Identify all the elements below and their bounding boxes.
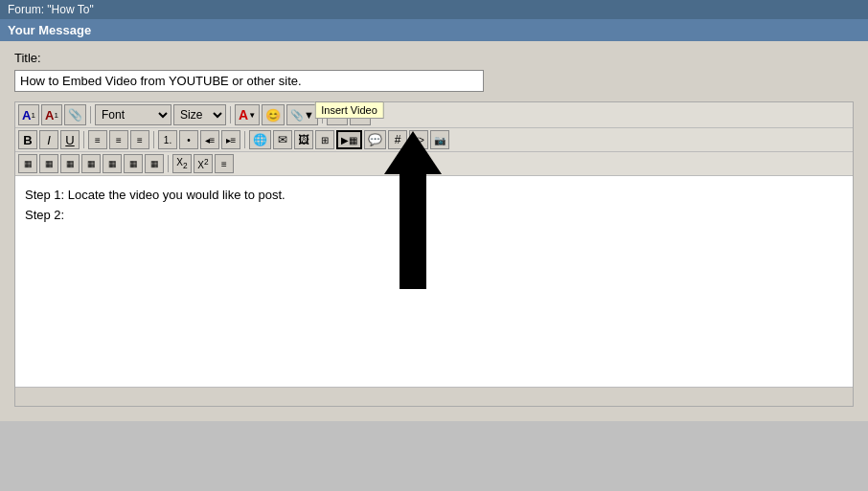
font-select[interactable]: Font Arial Times New Roman Courier: [95, 104, 171, 125]
tb3-btn5[interactable]: ▦: [103, 154, 122, 173]
title-label: Title:: [14, 51, 854, 65]
tb3-btn6[interactable]: ▦: [124, 154, 143, 173]
italic-btn[interactable]: I: [39, 130, 58, 149]
editor-container: A1 A1 📎 Font Arial Times New Roman Couri…: [14, 101, 854, 407]
tb3-btn3[interactable]: ▦: [60, 154, 80, 173]
underline-btn[interactable]: U: [60, 130, 80, 149]
outdent-btn[interactable]: ◂≡: [200, 130, 219, 149]
indent-btn[interactable]: ▸≡: [221, 130, 240, 149]
sep5: [153, 131, 154, 148]
toolbar-row-3: ▦ ▦ ▦ ▦ ▦ ▦ ▦ X2 X2 ≡: [15, 152, 853, 176]
tb3-btn2[interactable]: ▦: [39, 154, 58, 173]
tb3-last-btn[interactable]: ≡: [215, 154, 234, 173]
align-left-btn[interactable]: ≡: [88, 130, 107, 149]
forum-header: Forum: "How To": [0, 0, 868, 19]
your-message-bar: Your Message: [0, 19, 868, 41]
superscript-btn[interactable]: X2: [194, 154, 213, 173]
undo-btn[interactable]: ↩: [327, 104, 348, 125]
insert-video-btn[interactable]: ▶▦: [336, 130, 362, 149]
format-a1-btn-1[interactable]: A1: [18, 104, 39, 125]
unordered-list-btn[interactable]: •: [179, 130, 198, 149]
sep2: [230, 106, 231, 123]
hash-btn[interactable]: #: [388, 130, 407, 149]
sep1: [90, 106, 91, 123]
image2-btn[interactable]: 📷: [430, 130, 449, 149]
font-color-btn[interactable]: A▼: [235, 104, 260, 125]
paperclip-btn[interactable]: 📎: [64, 104, 86, 125]
content-line-1: Step 1: Locate the video you would like …: [25, 186, 843, 206]
size-select[interactable]: Size 1234: [173, 104, 226, 125]
editor-content[interactable]: Step 1: Locate the video you would like …: [15, 176, 853, 387]
code-btn[interactable]: <>: [409, 130, 428, 149]
align-center-btn[interactable]: ≡: [109, 130, 128, 149]
sep4: [83, 131, 84, 148]
tb3-btn7[interactable]: ▦: [145, 154, 164, 173]
sep6: [244, 131, 245, 148]
subscript-btn[interactable]: X2: [172, 154, 192, 173]
editor-statusbar: [15, 387, 853, 406]
attach-btn[interactable]: 📎▼: [286, 104, 318, 125]
sep7: [168, 155, 169, 172]
image-btn[interactable]: 🖼: [294, 130, 313, 149]
toolbar-row-2: B I U ≡ ≡ ≡ 1. •: [15, 128, 853, 152]
emoji-btn[interactable]: 😊: [262, 104, 285, 125]
redo-btn[interactable]: ↪: [350, 104, 371, 125]
quote-btn[interactable]: 💬: [364, 130, 386, 149]
format-a1-btn-2[interactable]: A1: [41, 104, 62, 125]
tb3-btn1[interactable]: ▦: [18, 154, 37, 173]
title-input[interactable]: [14, 70, 484, 92]
bold-btn[interactable]: B: [18, 130, 37, 149]
content-line-2: Step 2:: [25, 206, 843, 226]
sep3: [322, 106, 323, 123]
tb3-btn4[interactable]: ▦: [81, 154, 101, 173]
align-right-btn[interactable]: ≡: [130, 130, 149, 149]
ordered-list-btn[interactable]: 1.: [158, 130, 177, 149]
table-btn[interactable]: ⊞: [315, 130, 334, 149]
insert-video-wrapper: ▶▦ Insert Video: [336, 130, 362, 149]
link-btn[interactable]: 🌐: [249, 130, 271, 149]
toolbar-row-1: A1 A1 📎 Font Arial Times New Roman Couri…: [15, 102, 853, 128]
form-area: Title: A1 A1 📎 Font Arial Times New Roma…: [0, 41, 868, 421]
email-btn[interactable]: ✉: [273, 130, 292, 149]
